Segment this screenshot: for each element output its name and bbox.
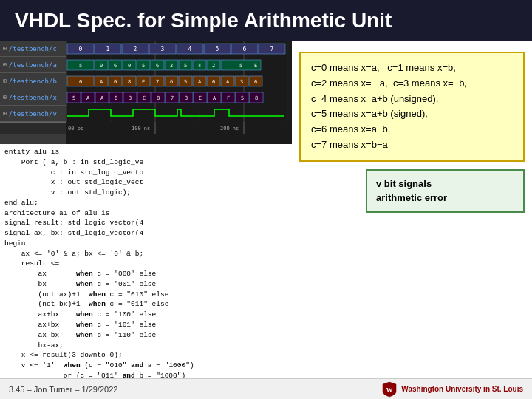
footer-logo: W Washington University in St. Louis <box>382 381 523 398</box>
svg-text:6: 6 <box>156 63 159 69</box>
svg-text:6: 6 <box>243 46 247 52</box>
svg-text:8: 8 <box>115 95 117 101</box>
code-area: entity alu is Port ( a, b : in std_logic… <box>0 144 292 399</box>
page-header: VHDL Spec. for Simple Arithmetic Unit <box>0 0 532 41</box>
svg-text:3: 3 <box>185 95 188 101</box>
waveform-label-b: ⊞ /testbench/b <box>0 73 66 89</box>
code-line: x : out std_logic_vect <box>4 177 287 188</box>
waveform-label-v: ⊞ /testbench/v <box>0 106 66 122</box>
footer-school: Washington University in St. Louis <box>401 385 523 393</box>
svg-text:6: 6 <box>170 79 173 85</box>
svg-rect-100 <box>66 122 288 134</box>
vbit-box: v bit signals arithmetic error <box>366 169 525 213</box>
svg-text:100 ns: 100 ns <box>132 126 150 132</box>
page-title: VHDL Spec. for Simple Arithmetic Unit <box>15 9 392 33</box>
waveform-area: ⊞ /testbench/c ⊞ /testbench/a ⊞ /testben… <box>0 41 292 144</box>
svg-text:7: 7 <box>270 46 274 52</box>
info-line-1: c=0 means x=a, c=1 means x=b, <box>311 61 513 76</box>
svg-text:5: 5 <box>72 95 75 101</box>
right-panel: c=0 means x=a, c=1 means x=b, c=2 means … <box>292 41 532 399</box>
code-line: (not bx)+1 when c = "011" else <box>4 299 287 310</box>
svg-text:0: 0 <box>79 79 82 85</box>
info-line-5: c=6 means x=a−b, <box>311 122 513 137</box>
wustl-shield-icon: W <box>382 381 397 398</box>
code-line: architecture a1 of alu is <box>4 208 287 219</box>
main-content: ⊞ /testbench/c ⊞ /testbench/a ⊞ /testben… <box>0 41 532 399</box>
waveform-labels: ⊞ /testbench/c ⊞ /testbench/a ⊞ /testben… <box>0 41 66 144</box>
code-line: result <= <box>4 259 287 269</box>
svg-text:0: 0 <box>128 63 131 69</box>
svg-text:1: 1 <box>106 46 110 52</box>
svg-text:W: W <box>386 386 393 394</box>
svg-text:6: 6 <box>212 79 215 85</box>
info-box: c=0 means x=a, c=1 means x=b, c=2 means … <box>299 52 525 162</box>
code-line: signal result: std_logic_vector(4 <box>4 218 287 228</box>
svg-text:2: 2 <box>212 63 215 69</box>
code-line: entity alu is <box>4 147 287 157</box>
footer-text: 3.45 – Jon Turner – 1/29/2022 <box>9 385 117 394</box>
svg-text:2: 2 <box>134 46 137 52</box>
svg-text:5: 5 <box>184 79 187 85</box>
svg-text:E: E <box>199 95 202 101</box>
info-line-3: c=4 means x=a+b (unsigned), <box>311 92 513 107</box>
svg-text:F: F <box>227 95 230 101</box>
waveform-svg: 0 1 2 3 4 5 6 7 <box>66 41 292 144</box>
svg-text:8: 8 <box>128 79 131 85</box>
svg-text:E: E <box>142 79 145 85</box>
svg-text:5: 5 <box>216 46 219 52</box>
code-line: ax+bx when c = "101" else <box>4 320 287 330</box>
svg-text:200 ns: 200 ns <box>220 126 239 132</box>
svg-text:0: 0 <box>79 46 83 52</box>
code-line: ax-bx when c = "110" else <box>4 330 287 341</box>
info-line-2: c=2 means x= −a, c=3 means x=−b, <box>311 76 513 92</box>
svg-text:4: 4 <box>188 46 192 52</box>
svg-text:3: 3 <box>161 46 165 52</box>
code-line: ax <= '0' & a; bx <= '0' & b; <box>4 249 287 259</box>
svg-text:5: 5 <box>184 63 187 69</box>
svg-text:0: 0 <box>100 63 103 69</box>
code-line: ax when c = "000" else <box>4 269 287 279</box>
code-line: bx when c = "001" else <box>4 279 287 290</box>
vbit-line2: arithmetic error <box>376 191 514 205</box>
code-line: Port ( a, b : in std_logic_ve <box>4 157 287 168</box>
waveform-label-x: ⊞ /testbench/x <box>0 89 66 106</box>
svg-text:00 ps: 00 ps <box>68 126 83 132</box>
left-panel: ⊞ /testbench/c ⊞ /testbench/a ⊞ /testben… <box>0 41 292 399</box>
code-line: end alu; <box>4 198 287 208</box>
info-line-4: c=5 means x=a+b (signed), <box>311 106 513 122</box>
code-line: begin <box>4 239 287 249</box>
code-line: ax+bx when c = "100" else <box>4 310 287 320</box>
code-line: (not ax)+1 when c = "010" else <box>4 290 287 300</box>
svg-text:5: 5 <box>239 63 242 69</box>
code-line: v : out std_logic); <box>4 188 287 198</box>
waveform-label-a: ⊞ /testbench/a <box>0 57 66 73</box>
svg-text:3: 3 <box>240 79 243 85</box>
svg-text:5: 5 <box>142 63 145 69</box>
svg-text:6: 6 <box>114 63 117 69</box>
svg-text:6: 6 <box>254 79 257 85</box>
svg-text:0: 0 <box>114 79 117 85</box>
code-line: c : in std_logic_vecto <box>4 168 287 178</box>
svg-text:3: 3 <box>129 95 132 101</box>
footer: 3.45 – Jon Turner – 1/29/2022 W Washingt… <box>0 378 532 399</box>
waveform-label-c: ⊞ /testbench/c <box>0 41 66 57</box>
svg-text:8: 8 <box>255 95 258 101</box>
vbit-line1: v bit signals <box>376 177 514 191</box>
svg-text:5: 5 <box>79 63 82 69</box>
code-line: bx-ax; <box>4 341 287 351</box>
info-line-6: c=7 means x=b−a <box>311 137 513 153</box>
code-line: v <= '1' when (c = "010" and a = "1000") <box>4 361 287 371</box>
svg-text:B: B <box>157 95 160 101</box>
code-line: signal ax, bx: std_logic_vector(4 <box>4 228 287 239</box>
svg-text:4: 4 <box>198 63 201 69</box>
waveform-signals: 0 1 2 3 4 5 6 7 <box>66 41 292 144</box>
svg-text:C: C <box>143 95 146 101</box>
svg-text:5: 5 <box>241 95 244 101</box>
svg-text:7: 7 <box>171 95 174 101</box>
svg-text:E: E <box>254 63 257 69</box>
svg-text:7: 7 <box>156 79 159 85</box>
svg-text:3: 3 <box>170 63 173 69</box>
code-line: x <= result(3 downto 0); <box>4 350 287 361</box>
